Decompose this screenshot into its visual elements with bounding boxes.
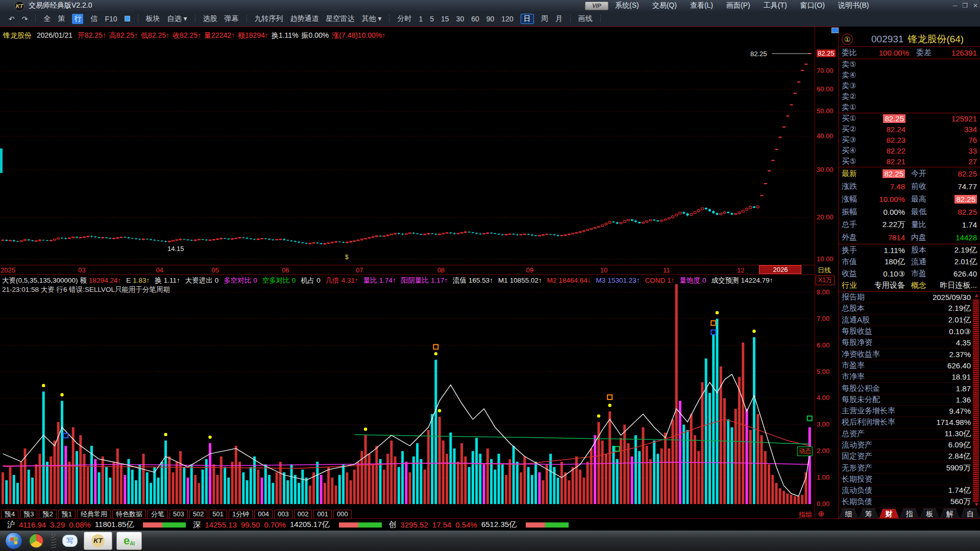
toolbar-item-星空雷达[interactable]: 星空雷达 xyxy=(326,14,355,23)
panel-tab-财[interactable]: 财 xyxy=(879,509,899,518)
toolbar-item-板块[interactable]: 板块 xyxy=(146,14,160,23)
indicator-tab-502[interactable]: 502 xyxy=(189,510,208,519)
toolbar-item-九转序列[interactable]: 九转序列 xyxy=(255,14,283,23)
toolbar-item-30[interactable]: 30 xyxy=(456,15,464,23)
scroll-up-icon[interactable]: ▲ xyxy=(974,293,979,298)
indicator-tab-000[interactable]: 000 xyxy=(333,510,352,519)
menu-窗口(O)[interactable]: 窗口(O) xyxy=(800,1,825,10)
toolbar-item-120[interactable]: 120 xyxy=(501,15,513,23)
bid-row[interactable]: 买④82.2233 xyxy=(839,145,980,156)
toolbar-item-自选 ▾[interactable]: 自选 ▾ xyxy=(167,14,187,23)
month-label-03: 03 xyxy=(78,266,85,274)
toolbar-item-趋势通道[interactable]: 趋势通道 xyxy=(290,14,319,23)
info-field: 高82.25↑ xyxy=(109,31,138,39)
bid-row[interactable]: 买②82.24334 xyxy=(839,124,980,135)
toolbar-item-90[interactable]: 90 xyxy=(486,15,495,23)
panel-tab-板[interactable]: 板 xyxy=(920,509,940,518)
toolbar-item-弹幕[interactable]: 弹幕 xyxy=(225,14,239,23)
indicator-tab-503[interactable]: 503 xyxy=(169,510,188,519)
toolbar-item-1[interactable]: 1 xyxy=(419,15,423,23)
scroll-down-icon[interactable]: ▼ xyxy=(974,502,979,507)
indicator-tab-经典常用[interactable]: 经典常用 xyxy=(77,510,111,519)
toolbar-item-信[interactable]: 信 xyxy=(90,14,97,23)
index-深[interactable]: 深14255.1399.500.70%14205.17亿 xyxy=(193,520,381,530)
ask-row[interactable]: 卖③ xyxy=(839,81,980,91)
toolbar-item-策[interactable]: 策 xyxy=(58,14,65,23)
indicator-label: 成交预测 xyxy=(711,277,739,284)
ohlc-fields: 开82.25↑高82.25↑低82.25↑收82.25↑量22242↑额1829… xyxy=(78,31,389,39)
indicator-label: 机占 xyxy=(301,277,314,284)
indicator-tab-501[interactable]: 501 xyxy=(209,510,227,519)
toolbar-item-5[interactable]: 5 xyxy=(430,15,434,23)
toolbar-item-全[interactable]: 全 xyxy=(43,14,51,23)
toolbar-item-选股[interactable]: 选股 xyxy=(203,14,217,23)
menu-说明书(B)[interactable]: 说明书(B) xyxy=(838,1,869,10)
indicator-label: 空多对比 xyxy=(262,277,290,284)
ask-row[interactable]: 卖① xyxy=(839,102,980,113)
taskbar-kt-app-button[interactable]: KT xyxy=(84,532,112,550)
index-沪[interactable]: 沪4116.943.290.08%11801.85亿 xyxy=(7,520,186,530)
indicator-tab-预4[interactable]: 预4 xyxy=(1,510,18,519)
panel-tab-自[interactable]: 自 xyxy=(960,509,980,518)
indicator-tab-特色数据[interactable]: 特色数据 xyxy=(112,510,146,519)
menu-交易(Q)[interactable]: 交易(Q) xyxy=(652,1,677,10)
color-blocks-icon[interactable] xyxy=(125,15,130,23)
toolbar-item-周[interactable]: 周 xyxy=(541,14,548,23)
indicator-tab-预3[interactable]: 预3 xyxy=(20,510,37,519)
ask-row[interactable]: 卖⑤ xyxy=(839,59,980,70)
menu-查看(L)[interactable]: 查看(L) xyxy=(690,1,713,10)
finance-row: 固定资产2.84亿 xyxy=(839,451,980,462)
taskbar-cloud-app-icon[interactable]: 写 xyxy=(60,532,80,549)
indicator-tab-003[interactable]: 003 xyxy=(274,510,292,519)
indicator-tab-预2[interactable]: 预2 xyxy=(39,510,56,519)
taskbar: 写 KT e AI ⌨?❐KT⚑●▮◄)▭◆ 23:02 周三 2026/1/2… xyxy=(0,531,980,551)
layout-icon[interactable] xyxy=(831,28,839,33)
dollar-marker: $ xyxy=(345,254,349,261)
close-button[interactable]: ✕ xyxy=(973,2,978,9)
menu-画面(P)[interactable]: 画面(P) xyxy=(726,1,750,10)
toolbar-item-↶[interactable]: ↶ xyxy=(9,15,15,23)
ask-row[interactable]: 卖④ xyxy=(839,70,980,81)
indicator-tab-004[interactable]: 004 xyxy=(254,510,273,519)
indicator-label: 多空对比 xyxy=(224,277,251,284)
ask-row[interactable]: 卖② xyxy=(839,91,980,102)
indicator-tab-001[interactable]: 001 xyxy=(313,510,332,519)
taskbar-app-swirl-icon[interactable] xyxy=(27,532,46,549)
svg-text:82.25: 82.25 xyxy=(750,50,767,58)
menu-工具(T)[interactable]: 工具(T) xyxy=(764,1,787,10)
indicator-tab-002[interactable]: 002 xyxy=(294,510,312,519)
toolbar-item-15[interactable]: 15 xyxy=(441,15,449,23)
add-indicator-icon[interactable]: ⊕ xyxy=(818,509,824,518)
start-button[interactable] xyxy=(5,532,22,549)
indicator-tab-1分钟[interactable]: 1分钟 xyxy=(229,510,253,519)
panel-tab-指[interactable]: 指 xyxy=(899,509,919,518)
toolbar-item-行[interactable]: 行 xyxy=(72,14,83,24)
toolbar-item-分时[interactable]: 分时 xyxy=(397,14,411,23)
bid-row[interactable]: 买⑤82.2127 xyxy=(839,156,980,167)
indicator-label: 几倍 xyxy=(326,277,339,284)
menu-系统(S)[interactable]: 系统(S) xyxy=(615,1,639,10)
x-axis[interactable]: 2025030405060708091011122026 xyxy=(0,265,815,275)
index-创[interactable]: 创3295.5217.540.54%6512.35亿 xyxy=(389,520,569,530)
restore-button[interactable]: ❐ xyxy=(962,2,968,9)
bid-row[interactable]: 买①82.25125921 xyxy=(839,113,980,124)
panel-tab-筹[interactable]: 筹 xyxy=(859,509,879,518)
panel-tab-细[interactable]: 细 xyxy=(839,509,859,518)
taskbar-eai-app-button[interactable]: e AI xyxy=(116,532,142,550)
minimize-button[interactable]: ─ xyxy=(953,2,958,9)
toolbar-item-日[interactable]: 日 xyxy=(521,14,534,24)
price-tick: 60.00 xyxy=(817,85,834,93)
toolbar-item-其他 ▾[interactable]: 其他 ▾ xyxy=(362,14,382,23)
toolbar-item-60[interactable]: 60 xyxy=(471,15,479,23)
bid-row[interactable]: 买③82.2376 xyxy=(839,135,980,145)
indicator-tab-预1[interactable]: 预1 xyxy=(58,510,76,519)
finance-scrollbar[interactable] xyxy=(973,299,979,502)
toolbar-item-↷[interactable]: ↷ xyxy=(22,15,28,23)
toolbar-item-画线[interactable]: 画线 xyxy=(578,14,593,23)
finance-row: 每股公积金1.87 xyxy=(839,383,980,394)
indicator-tab-分笔[interactable]: 分笔 xyxy=(148,510,168,519)
toolbar-item-月[interactable]: 月 xyxy=(555,14,562,23)
panel-tab-解[interactable]: 解 xyxy=(940,509,960,518)
trade-date: 2026/01/21 xyxy=(37,31,72,39)
toolbar-item-F10[interactable]: F10 xyxy=(105,15,117,23)
